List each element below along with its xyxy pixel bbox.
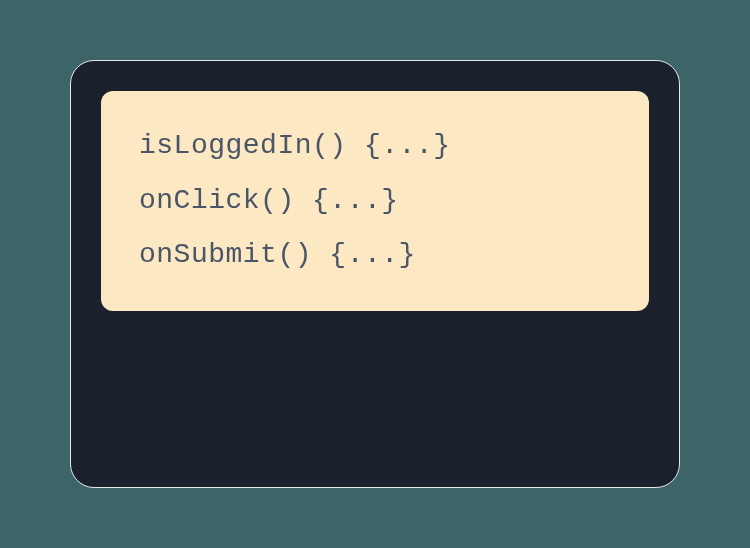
code-line: onSubmit() {...} <box>139 228 611 283</box>
code-line: onClick() {...} <box>139 174 611 229</box>
code-panel: isLoggedIn() {...} onClick() {...} onSub… <box>70 60 680 488</box>
code-line: isLoggedIn() {...} <box>139 119 611 174</box>
code-block: isLoggedIn() {...} onClick() {...} onSub… <box>101 91 649 311</box>
